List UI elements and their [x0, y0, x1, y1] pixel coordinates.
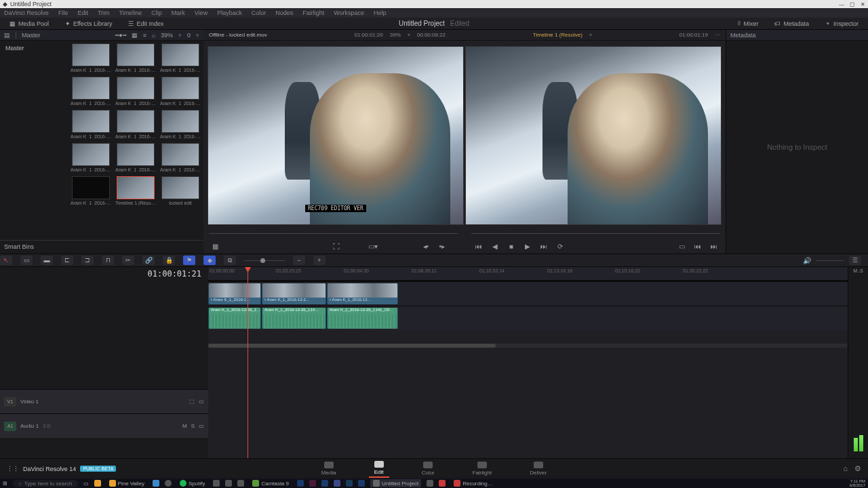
playhead[interactable] — [248, 267, 248, 458]
trim-tool-icon[interactable]: ▭ — [20, 256, 33, 265]
video-clip[interactable]: • Aram K_1_2016-12… — [327, 283, 398, 304]
zoom-value[interactable]: 39% — [161, 32, 173, 39]
menu-item[interactable]: Timeline — [119, 9, 142, 16]
search-icon[interactable]: ⌕ — [152, 32, 155, 39]
video-clip[interactable]: • Aram K_1_2016-12-2… — [262, 283, 326, 304]
home-icon[interactable]: ⌂ — [843, 464, 848, 473]
app-icon[interactable] — [237, 480, 244, 487]
insert-icon[interactable]: ⊏ — [61, 256, 73, 265]
media-pool-toggle[interactable]: ▦Media Pool — [5, 19, 53, 28]
first-frame-icon[interactable]: ⏮ — [474, 241, 484, 251]
timeline-timecode[interactable]: 01:00:01:21 — [0, 267, 208, 281]
deliver-page-tab[interactable]: Deliver — [524, 460, 552, 477]
video-track-1[interactable]: • Aram K_1_2016-1… • Aram K_1_2016-12-2…… — [208, 281, 848, 306]
step-fwd-icon[interactable]: ⏭ — [539, 241, 549, 251]
menu-item[interactable]: Mark — [172, 9, 185, 16]
menu-item[interactable]: Fairlight — [302, 9, 324, 16]
clip-thumb[interactable]: Aram K_1_2016-12-2… — [115, 143, 156, 172]
taskbar-item[interactable]: Recording… — [451, 479, 495, 487]
zoom-out-icon[interactable]: − — [293, 256, 305, 265]
taskbar-clock[interactable]: 7:11 PM6/8/2017 — [850, 479, 865, 487]
selection-tool-icon[interactable]: ↖ — [0, 256, 12, 265]
stop-icon[interactable]: ■ — [507, 241, 516, 251]
app-icon[interactable] — [225, 480, 232, 487]
adobe-icon[interactable] — [309, 480, 316, 487]
go-in-icon[interactable]: ⏮ — [693, 241, 703, 251]
snap-icon[interactable]: ⧉ — [224, 256, 236, 265]
audio-clip[interactable]: Aram K_1_2016-12-26_114… — [262, 308, 326, 329]
edit-page-tab[interactable]: Edit — [369, 460, 389, 478]
zoom-in-icon[interactable]: + — [313, 256, 326, 265]
task-view-icon[interactable]: ▭ — [83, 481, 89, 487]
list-icon[interactable]: ≡ — [143, 32, 146, 39]
expand-icon[interactable]: ⛶ — [332, 241, 341, 251]
lock-icon[interactable]: 🔒 — [163, 256, 175, 265]
play-icon[interactable]: ▶ — [523, 241, 532, 251]
clip-thumb[interactable]: Aram K_1_2016-12-2… — [71, 43, 111, 73]
clip-thumb[interactable]: Aram K_1_2016-12-2… — [115, 77, 156, 106]
effects-library-toggle[interactable]: ✦Effects Library — [61, 19, 116, 28]
media-page-tab[interactable]: Media — [316, 460, 342, 477]
clip-thumb[interactable]: Aram K_1_2016-12-2… — [71, 176, 111, 205]
clip-thumb[interactable]: Aram K_1_2016-12-2… — [160, 43, 201, 73]
timeline-name[interactable]: Timeline 1 (Resolve) — [533, 32, 583, 38]
edit-index-toggle[interactable]: ☰Edit Index — [124, 19, 167, 28]
clip-thumb[interactable]: Aram K_1_2016-12-2… — [71, 77, 111, 106]
clip-thumb[interactable]: Aram K_1_2016-12-2… — [71, 143, 111, 172]
timeline-scrubber[interactable] — [471, 233, 720, 234]
breadcrumb[interactable]: Master — [22, 32, 41, 39]
prev-marker-icon[interactable]: ◂• — [421, 241, 431, 251]
menu-item[interactable]: Color — [252, 9, 267, 16]
menu-item[interactable]: Clip — [151, 9, 162, 16]
fairlight-page-tab[interactable]: Fairlight — [467, 460, 497, 477]
smart-bins-header[interactable]: Smart Bins — [0, 240, 203, 253]
mode-icon[interactable]: ▭▾ — [368, 241, 378, 251]
menu-item[interactable]: Workspace — [334, 9, 364, 16]
mute-icon[interactable]: 🔊 — [803, 257, 811, 264]
source-clip-name[interactable]: Offline - locked edit.mov — [209, 32, 267, 38]
taskbar-item[interactable]: Pine Valley — [106, 479, 147, 487]
taskbar-item[interactable]: Camtasia 9 — [250, 479, 291, 487]
menu-item[interactable]: Nodes — [275, 9, 293, 16]
lock-icon[interactable]: ▭ — [199, 423, 204, 429]
menu-item[interactable]: Playback — [217, 9, 242, 16]
app-icon[interactable] — [439, 480, 446, 487]
link-icon[interactable]: 🔗 — [142, 256, 155, 265]
taskbar-item[interactable]: Untitled Project — [370, 479, 421, 487]
clip-thumb[interactable]: Aram K_1_2016-12-2… — [71, 110, 111, 139]
overwrite-icon[interactable]: ⊐ — [81, 256, 94, 265]
taskbar-item[interactable]: Spotify — [177, 479, 208, 487]
mixer-toggle[interactable]: ⫴Mixer — [734, 18, 762, 28]
timeline-tracks[interactable]: 01:00:00:00 01:03:23:23 01:06:04:20 01:0… — [208, 267, 848, 458]
audio-track-1[interactable]: Aram K_1_2016-12-26_1… Aram K_1_2016-12-… — [208, 306, 848, 330]
audio-track-header[interactable]: A1 Audio 1 2.0 M S ▭ — [0, 413, 208, 438]
explorer-icon[interactable] — [94, 480, 101, 487]
video-clip[interactable]: • Aram K_1_2016-1… — [208, 283, 261, 304]
solo-icon[interactable]: S — [191, 423, 195, 429]
audio-clip[interactable]: Aram K_1_2016-12-26_1… — [208, 308, 261, 329]
adobe-icon[interactable] — [297, 480, 304, 487]
metadata-toggle[interactable]: 🏷Metadata — [770, 18, 813, 28]
timeline-viewer[interactable] — [465, 46, 722, 225]
app-icon[interactable] — [427, 480, 433, 487]
clip-thumb[interactable]: Aram K_1_2016-12-2… — [160, 143, 201, 172]
loop-icon[interactable]: ⟳ — [555, 241, 565, 251]
step-back-icon[interactable]: ◀ — [490, 241, 500, 251]
timeline-ruler[interactable]: 01:00:00:00 01:03:23:23 01:06:04:20 01:0… — [208, 267, 848, 281]
adobe-icon[interactable] — [321, 480, 328, 487]
next-marker-icon[interactable]: •▸ — [437, 241, 447, 251]
auto-select-icon[interactable]: ▭ — [199, 399, 204, 405]
bin-master[interactable]: Master — [3, 43, 65, 53]
source-pct[interactable]: 39% — [390, 32, 401, 38]
mute-icon[interactable]: M — [182, 423, 187, 429]
match-frame-icon[interactable]: ▭ — [677, 241, 686, 251]
menu-item[interactable]: Help — [374, 9, 387, 16]
razor-icon[interactable]: ✂ — [122, 256, 134, 265]
start-button[interactable]: ⊞ — [3, 481, 7, 487]
source-viewer[interactable]: REC709 EDITOR VER — [208, 46, 464, 225]
app-icon[interactable] — [213, 480, 220, 487]
clip-thumb[interactable]: Aram K_1_2016-12-2… — [115, 43, 156, 73]
offset-value[interactable]: 0 — [187, 32, 191, 39]
video-track-header[interactable]: V1 Video 1 ⬚ ▭ — [0, 389, 208, 413]
color-page-tab[interactable]: Color — [416, 460, 440, 477]
